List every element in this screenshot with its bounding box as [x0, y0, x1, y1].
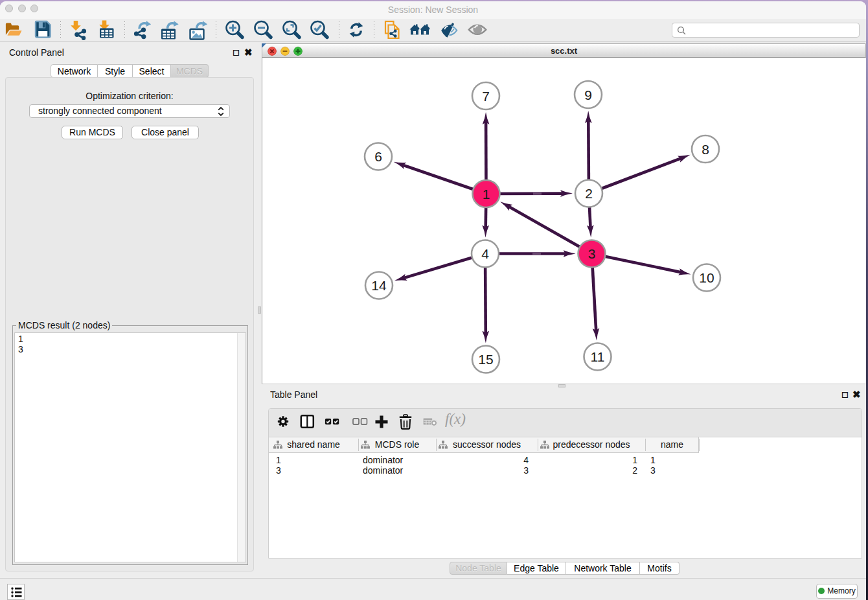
svg-text:6: 6: [374, 149, 382, 164]
svg-text:15: 15: [478, 352, 493, 367]
svg-text:2: 2: [585, 186, 593, 201]
svg-text:14: 14: [371, 278, 387, 293]
svg-text:4: 4: [481, 246, 489, 261]
svg-text:10: 10: [699, 270, 714, 285]
svg-text:1: 1: [483, 187, 490, 202]
svg-text:7: 7: [482, 89, 490, 104]
svg-text:9: 9: [584, 87, 592, 102]
svg-text:3: 3: [588, 246, 596, 261]
svg-text:8: 8: [702, 142, 709, 157]
svg-text:11: 11: [591, 349, 605, 364]
